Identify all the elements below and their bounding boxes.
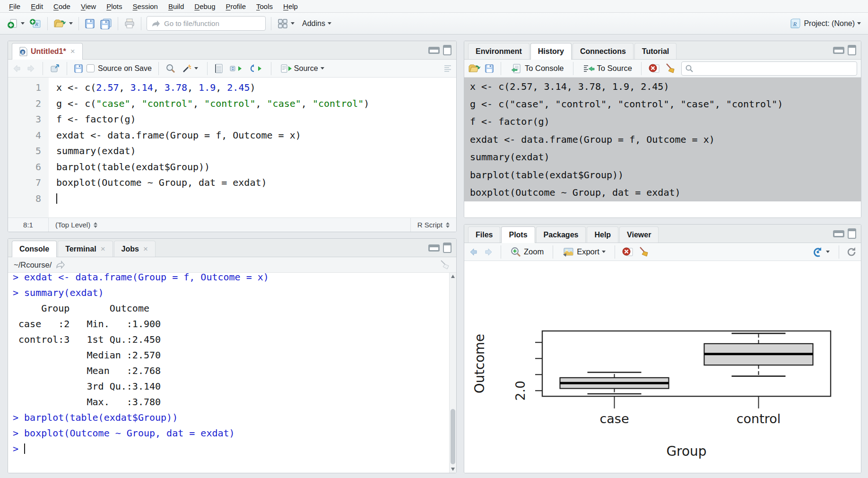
- close-tab-icon[interactable]: ×: [70, 47, 75, 56]
- text-cursor: [56, 193, 57, 204]
- file-type-selector[interactable]: R Script: [410, 218, 456, 232]
- document-outline-icon[interactable]: [443, 64, 452, 73]
- clear-console-broom-icon[interactable]: [439, 259, 451, 270]
- scroll-down-icon[interactable]: [451, 468, 455, 471]
- back-icon[interactable]: [12, 64, 22, 73]
- scope-selector[interactable]: (Top Level): [49, 221, 104, 229]
- history-tab-history[interactable]: History: [530, 43, 572, 60]
- source-caret[interactable]: [321, 67, 324, 70]
- forward-icon[interactable]: [26, 64, 36, 73]
- load-history-folder-icon[interactable]: [468, 63, 481, 74]
- menu-file[interactable]: File: [4, 1, 26, 12]
- editor-code-area[interactable]: 12345678 x <- c(2.57, 3.14, 3.78, 1.9, 2…: [8, 78, 456, 217]
- save-icon[interactable]: [74, 64, 83, 73]
- console-tab-terminal[interactable]: Terminal×: [58, 241, 113, 257]
- menu-help[interactable]: Help: [278, 1, 303, 12]
- maximize-pane-icon[interactable]: [848, 45, 856, 55]
- save-history-icon[interactable]: [485, 64, 494, 73]
- y-axis-title: Outcome: [472, 334, 487, 393]
- popout-window-icon[interactable]: [50, 64, 60, 73]
- source-on-save-control[interactable]: Source on Save: [87, 64, 152, 73]
- plots-tab-plots[interactable]: Plots: [501, 226, 535, 243]
- minimize-pane-icon[interactable]: [833, 47, 844, 54]
- source-button-label: Source: [294, 64, 318, 73]
- pane-layout-caret[interactable]: [291, 22, 295, 25]
- plots-tab-viewer[interactable]: Viewer: [619, 226, 659, 243]
- goto-directory-icon[interactable]: [55, 261, 66, 269]
- close-tab-icon[interactable]: ×: [101, 244, 105, 254]
- to-source-button[interactable]: To Source: [580, 61, 634, 76]
- source-on-save-checkbox[interactable]: [87, 64, 95, 72]
- toolbar-separator: [47, 17, 48, 30]
- minimize-pane-icon[interactable]: [833, 230, 844, 237]
- previous-plot-icon[interactable]: [468, 247, 479, 257]
- remove-entry-icon[interactable]: [648, 63, 660, 74]
- source-button[interactable]: Source: [278, 62, 327, 75]
- refresh-plot-icon[interactable]: [846, 246, 857, 258]
- publish-button[interactable]: [810, 244, 832, 260]
- save-all-button[interactable]: [97, 16, 114, 31]
- menu-plots[interactable]: Plots: [101, 1, 127, 12]
- console-scrollbar[interactable]: [449, 273, 456, 473]
- new-project-button[interactable]: R: [27, 16, 44, 31]
- zoom-plot-button[interactable]: Zoom: [508, 244, 546, 260]
- plots-tab-files[interactable]: Files: [468, 226, 500, 243]
- close-tab-icon[interactable]: ×: [143, 244, 148, 254]
- minimize-pane-icon[interactable]: [428, 244, 440, 252]
- menu-profile[interactable]: Profile: [221, 1, 252, 12]
- maximize-pane-icon[interactable]: [443, 45, 451, 55]
- menu-build[interactable]: Build: [163, 1, 189, 12]
- plots-tab-help[interactable]: Help: [587, 226, 618, 243]
- plots-tab-packages[interactable]: Packages: [536, 226, 586, 243]
- minimize-pane-icon[interactable]: [428, 47, 440, 54]
- compile-report-icon[interactable]: [214, 63, 224, 74]
- history-entry[interactable]: exdat <- data.frame(Group = f, Outcome =…: [464, 130, 861, 148]
- source-run-icon: [280, 64, 292, 73]
- save-button[interactable]: [82, 17, 97, 31]
- remove-plot-icon[interactable]: [622, 246, 634, 258]
- menu-code[interactable]: Code: [48, 1, 76, 12]
- rerun-button[interactable]: [247, 62, 264, 75]
- console-tab-console[interactable]: Console: [12, 241, 57, 257]
- to-console-button[interactable]: To Console: [508, 61, 566, 76]
- history-tab-environment[interactable]: Environment: [468, 43, 529, 59]
- menu-view[interactable]: View: [76, 1, 101, 12]
- history-entry[interactable]: f <- factor(g): [464, 113, 861, 130]
- menu-tools[interactable]: Tools: [251, 1, 278, 12]
- addins-button[interactable]: Addins: [300, 17, 334, 30]
- history-entry[interactable]: boxplot(Outcome ~ Group, dat = exdat): [464, 183, 861, 201]
- project-menu-button[interactable]: R Project: (None): [787, 16, 863, 31]
- history-entry[interactable]: g <- c("case", "control", "control", "ca…: [464, 95, 861, 113]
- export-plot-button[interactable]: Export: [560, 245, 608, 259]
- run-line-button[interactable]: [227, 62, 244, 75]
- history-tab-connections[interactable]: Connections: [573, 43, 634, 59]
- next-plot-icon[interactable]: [483, 247, 494, 257]
- find-replace-icon[interactable]: [165, 63, 176, 74]
- print-button[interactable]: [122, 16, 138, 31]
- scrollbar-thumb[interactable]: [451, 409, 455, 464]
- clear-history-broom-icon[interactable]: [664, 63, 676, 74]
- maximize-pane-icon[interactable]: [848, 228, 856, 239]
- new-file-button[interactable]: [5, 16, 27, 31]
- clear-plots-broom-icon[interactable]: [637, 246, 650, 258]
- history-entry[interactable]: summary(exdat): [464, 148, 861, 166]
- pane-layout-button[interactable]: [275, 16, 297, 31]
- menu-session[interactable]: Session: [128, 1, 163, 12]
- maximize-pane-icon[interactable]: [443, 243, 451, 253]
- history-entry[interactable]: x <- c(2.57, 3.14, 3.78, 1.9, 2.45): [464, 78, 861, 95]
- history-tab-tutorial[interactable]: Tutorial: [634, 43, 677, 59]
- rerun-icon: [250, 64, 262, 73]
- console-tab-jobs[interactable]: Jobs×: [114, 241, 156, 257]
- console-output[interactable]: > exdat <- data.frame(Group = f, Outcome…: [8, 273, 456, 473]
- history-entry[interactable]: barplot(table(exdat$Group)): [464, 166, 861, 183]
- open-file-button[interactable]: [51, 16, 75, 31]
- open-file-caret[interactable]: [69, 22, 73, 25]
- tab-untitled1[interactable]: R Untitled1* ×: [12, 43, 83, 60]
- new-file-caret[interactable]: [21, 22, 25, 25]
- scroll-up-icon[interactable]: [451, 275, 455, 278]
- menu-edit[interactable]: Edit: [26, 1, 48, 12]
- menu-debug[interactable]: Debug: [189, 1, 220, 12]
- code-tools-button[interactable]: [179, 61, 200, 76]
- history-search-input[interactable]: [681, 61, 857, 76]
- goto-file-function-input[interactable]: [147, 16, 266, 31]
